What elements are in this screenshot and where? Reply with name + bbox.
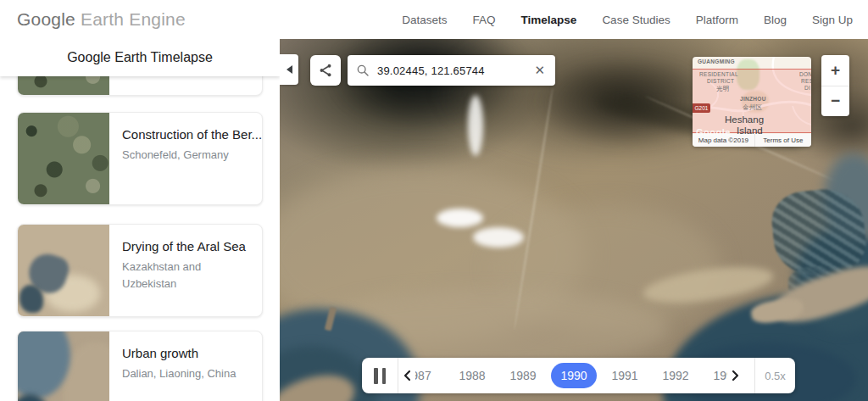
minimap-label: GUANGMING xyxy=(698,58,735,64)
chevron-left-icon xyxy=(403,370,411,382)
minimap-place-label: Heshang xyxy=(725,114,764,125)
card-subtitle: Dalian, Liaoning, China xyxy=(122,365,249,382)
nav-sign-up[interactable]: Sign Up xyxy=(812,14,853,26)
nav-case-studies[interactable]: Case Studies xyxy=(602,14,670,26)
nav-timelapse[interactable]: Timelapse xyxy=(521,14,577,26)
sidebar: Google Earth Timelapse Construction of t… xyxy=(0,39,280,401)
playback-speed-button[interactable]: 0.5x xyxy=(754,358,795,393)
chevron-left-icon xyxy=(287,65,292,74)
minimap-label: RES xyxy=(801,78,811,84)
search-bar[interactable]: 39.02445, 121.65744 ✕ xyxy=(348,55,555,86)
pause-button[interactable] xyxy=(362,358,398,393)
minimap-city-cn: 金州区 xyxy=(743,103,762,112)
pause-icon xyxy=(374,368,378,384)
satellite-map[interactable]: 39.02445, 121.65744 ✕ GUANGMING RESIDENT… xyxy=(280,39,868,401)
zoom-out-button[interactable]: − xyxy=(821,86,849,117)
nav-faq[interactable]: FAQ xyxy=(473,14,496,26)
share-icon xyxy=(318,63,333,78)
nav-datasets[interactable]: Datasets xyxy=(402,14,447,26)
year-strip: 987 1988 1989 1990 1991 1992 1993 xyxy=(415,358,727,393)
search-input[interactable]: 39.02445, 121.65744 xyxy=(377,64,532,77)
next-year-button[interactable] xyxy=(727,370,744,382)
card-thumbnail xyxy=(18,331,109,401)
minimap-label: 光明 xyxy=(716,85,730,93)
logo-product: Earth Engine xyxy=(81,9,186,29)
card-subtitle: Schonefeld, Germany xyxy=(122,147,249,164)
minimap-label: RESIDENTIAL xyxy=(699,71,738,77)
share-button[interactable] xyxy=(310,55,341,86)
zoom-in-button[interactable]: + xyxy=(821,55,849,86)
page-title: Google Earth Timelapse xyxy=(67,50,213,65)
year-1990-active[interactable]: 1990 xyxy=(548,363,599,388)
close-icon[interactable]: ✕ xyxy=(532,63,547,78)
card-title: Construction of the Ber... xyxy=(122,127,262,142)
card-subtitle: Kazakhstan and Uzbekistan xyxy=(122,259,249,292)
year-1987[interactable]: 987 xyxy=(415,369,447,382)
zoom-control: + − xyxy=(821,55,849,116)
minimap-city-label: JINZHOU xyxy=(740,96,766,102)
nav-blog[interactable]: Blog xyxy=(764,14,787,26)
nav-platform[interactable]: Platform xyxy=(696,14,738,26)
timeline-player: 987 1988 1989 1990 1991 1992 1993 0.5x xyxy=(362,358,795,393)
active-year-pill: 1990 xyxy=(551,363,597,388)
year-1989[interactable]: 1989 xyxy=(498,369,548,382)
logo-brand: Google xyxy=(17,9,75,29)
previous-year-button[interactable] xyxy=(398,370,415,382)
year-1993[interactable]: 1993 xyxy=(701,369,727,382)
year-1992[interactable]: 1992 xyxy=(650,369,701,382)
google-earth-engine-logo[interactable]: Google Earth Engine xyxy=(17,9,186,30)
year-1988[interactable]: 1988 xyxy=(447,369,498,382)
road-shield-badge: G201 xyxy=(693,103,710,113)
terms-of-use-link[interactable]: Terms of Use xyxy=(755,134,811,147)
map-attribution: Map data ©2019 xyxy=(693,134,755,147)
card-thumbnail xyxy=(18,113,109,204)
card-title: Urban growth xyxy=(122,346,250,360)
sidebar-header: Google Earth Timelapse xyxy=(0,39,280,76)
card-title: Drying of the Aral Sea xyxy=(122,239,250,253)
top-nav: Datasets FAQ Timelapse Case Studies Plat… xyxy=(402,0,853,39)
list-item-berlin-airport[interactable]: Construction of the Ber... Schonefeld, G… xyxy=(17,112,263,205)
year-1991[interactable]: 1991 xyxy=(599,369,650,382)
card-thumbnail xyxy=(18,225,109,316)
list-item-aral-sea[interactable]: Drying of the Aral Sea Kazakhstan and Uz… xyxy=(17,224,263,317)
list-item-urban-growth[interactable]: Urban growth Dalian, Liaoning, China xyxy=(17,331,263,401)
minimap-footer: Map data ©2019 Terms of Use xyxy=(693,134,811,147)
minimap-label: DISTRICT xyxy=(707,78,734,84)
chevron-right-icon xyxy=(732,370,740,382)
sidebar-collapse-button[interactable] xyxy=(280,54,298,85)
minimap-label: DON xyxy=(799,71,811,77)
minimap-label: DI xyxy=(804,85,810,91)
search-icon xyxy=(356,64,370,77)
minimap[interactable]: GUANGMING RESIDENTIAL DISTRICT 光明 DON RE… xyxy=(693,57,811,147)
top-bar: Google Earth Engine Datasets FAQ Timelap… xyxy=(0,0,868,39)
